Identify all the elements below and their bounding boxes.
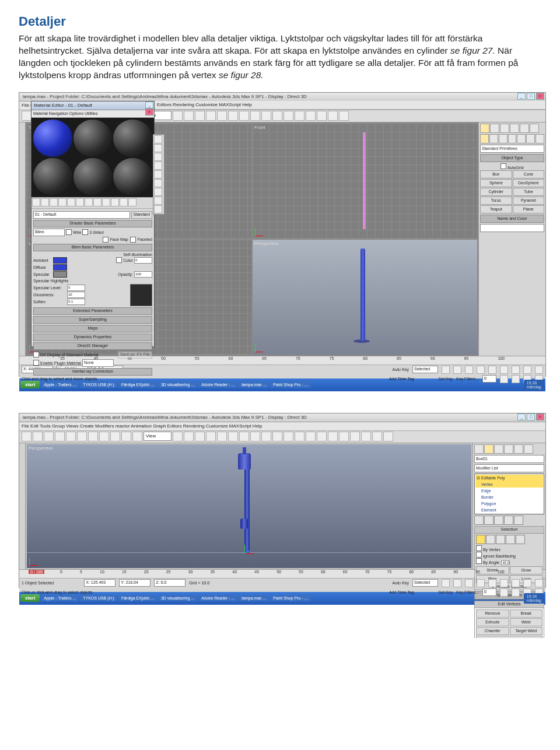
selected-dropdown[interactable]: Selected	[412, 579, 438, 587]
tube-button[interactable]: Tube	[513, 188, 545, 196]
material-type-button[interactable]: Standard	[131, 211, 152, 219]
maximize-button[interactable]: □	[527, 413, 535, 420]
rollout[interactable]: Maps	[33, 325, 152, 332]
byangle-field[interactable]: 45.0	[501, 560, 510, 565]
motion-tab[interactable]	[504, 444, 513, 454]
shader-dropdown[interactable]: Blinn	[33, 229, 65, 236]
stack-border[interactable]: Border	[475, 494, 543, 500]
specular-swatch[interactable]	[53, 271, 67, 278]
rollout[interactable]: Extended Parameters	[33, 307, 152, 315]
play-button[interactable]	[465, 366, 473, 374]
command-panel-tabs[interactable]	[480, 124, 544, 133]
material-editor-menu[interactable]: Material Navigation Options Utilities	[32, 110, 154, 118]
polygon-mode-icon[interactable]	[506, 535, 515, 544]
taskbar-item[interactable]: lampa.max ...	[239, 595, 269, 601]
shader-basic-header[interactable]: Shader Basic Parameters	[33, 220, 152, 227]
modify-tab[interactable]	[484, 444, 494, 454]
command-panel-tabs[interactable]	[474, 444, 544, 454]
byangle-check[interactable]	[476, 558, 482, 564]
taskbar-item[interactable]: TYKOS USB (H:)	[80, 595, 117, 601]
taskbar-item[interactable]: 3D visualisering ...	[158, 595, 197, 601]
taskbar-item[interactable]: Adobe Reader - ...	[198, 595, 237, 601]
start-button[interactable]: start	[20, 594, 40, 602]
torus-button[interactable]: Torus	[480, 197, 512, 205]
faceted-check[interactable]	[130, 237, 136, 243]
material-side-tools[interactable]	[153, 134, 164, 215]
autokey-button[interactable]: Auto Key	[393, 581, 409, 585]
minimize-button[interactable]: _	[517, 413, 526, 420]
nav-zoom-button[interactable]	[500, 366, 508, 374]
view-dropdown[interactable]: View	[144, 432, 172, 441]
utilities-tab[interactable]	[530, 124, 539, 133]
connect-button[interactable]: Connect	[476, 636, 542, 638]
system-tray[interactable]: 19:34måndag	[524, 593, 544, 604]
geosphere-button[interactable]: GeoSphere	[513, 179, 545, 187]
timeline[interactable]: 0 / 100 05 1015 2025 3035 4045 5055 6065…	[19, 570, 545, 579]
taskbar-item[interactable]: TYKOS USB (H:)	[80, 381, 117, 388]
nav-pan-button[interactable]	[512, 366, 520, 374]
rollout[interactable]: Dynamics Properties	[33, 334, 152, 341]
nav-orbit-button[interactable]	[523, 366, 531, 374]
break-button[interactable]: Break	[510, 609, 543, 618]
extrude-button[interactable]: Extrude	[476, 618, 509, 626]
material-slot-active[interactable]	[33, 120, 72, 157]
selected-dropdown[interactable]: Selected	[412, 366, 438, 373]
object-name-field[interactable]: Box01	[474, 455, 544, 463]
border-mode-icon[interactable]	[496, 535, 505, 544]
material-toolbar[interactable]	[32, 197, 154, 209]
chamfer-button[interactable]: Chamfer	[476, 627, 509, 635]
play-end-button[interactable]	[488, 366, 496, 374]
teapot-button[interactable]: Teapot	[480, 205, 512, 213]
taskbar-item[interactable]: 3D visualisering ...	[158, 381, 197, 388]
wire-check[interactable]	[66, 229, 72, 235]
stack-element[interactable]: Element	[475, 507, 543, 513]
menubar[interactable]: File Edit Tools Group Views Create Modif…	[19, 422, 545, 431]
x-coord[interactable]: X: 125.493	[84, 579, 116, 587]
addtimetag[interactable]: Add Time Tag	[389, 590, 414, 594]
opacity-value[interactable]: 100	[134, 271, 152, 278]
taskbar-item[interactable]: Apple - Trailers ...	[41, 381, 79, 388]
frame-field[interactable]: 0	[482, 588, 496, 596]
rollout[interactable]: DirectX Manager	[33, 342, 152, 350]
material-slot[interactable]	[74, 120, 113, 157]
hierarchy-tab[interactable]	[500, 124, 509, 133]
reactor-toolbar[interactable]	[19, 122, 26, 356]
material-slot[interactable]	[74, 158, 113, 195]
stack-vertex[interactable]: Vertex	[475, 481, 543, 488]
motion-tab[interactable]	[510, 124, 519, 133]
display-tab[interactable]	[520, 124, 529, 133]
stack-editable-poly[interactable]: ⊟ Editable Poly	[475, 475, 543, 481]
rollout[interactable]: mental ray Connection	[33, 368, 152, 376]
color-check[interactable]	[116, 257, 122, 263]
edge-mode-icon[interactable]	[486, 535, 495, 544]
selection-header[interactable]: Selection	[475, 527, 544, 534]
maximize-button[interactable]: □	[527, 93, 535, 100]
box-button[interactable]: Box	[480, 170, 512, 178]
pyramid-button[interactable]: Pyramid	[513, 197, 545, 205]
byvertex-check[interactable]	[476, 545, 482, 551]
material-slot[interactable]	[113, 158, 152, 195]
create-tab[interactable]	[474, 444, 484, 454]
ambient-swatch[interactable]	[53, 257, 67, 264]
hierarchy-tab[interactable]	[494, 444, 503, 454]
play-start-button[interactable]	[442, 366, 450, 374]
cylinder-button[interactable]: Cylinder	[480, 188, 512, 196]
keyfilters-button[interactable]: Key Filters...	[456, 377, 479, 381]
sphere-button[interactable]: Sphere	[480, 179, 512, 187]
ignore-backfacing-check[interactable]	[476, 552, 482, 558]
material-spheres[interactable]	[32, 118, 154, 197]
object-name-field[interactable]	[480, 224, 544, 232]
create-category-tabs[interactable]	[480, 134, 544, 143]
modifier-stack[interactable]: ⊟ Editable Poly Vertex Edge Border Polyg…	[474, 474, 544, 514]
material-slot[interactable]	[33, 158, 72, 195]
targetweld-button[interactable]: Target Weld	[510, 627, 543, 635]
main-toolbar[interactable]: View	[19, 431, 545, 443]
keyfilters-button[interactable]: Key Filters...	[456, 590, 479, 594]
taskbar-item[interactable]: Färdiga EXjobb ...	[118, 381, 157, 388]
taskbar-item[interactable]: Färdiga EXjobb ...	[118, 595, 157, 601]
setkey-button[interactable]: Set Key	[439, 377, 453, 381]
time-slider[interactable]: 0 / 100	[29, 570, 44, 574]
remove-button[interactable]: Remove	[476, 609, 509, 618]
play-prev-button[interactable]	[453, 366, 461, 374]
element-mode-icon[interactable]	[516, 535, 525, 544]
